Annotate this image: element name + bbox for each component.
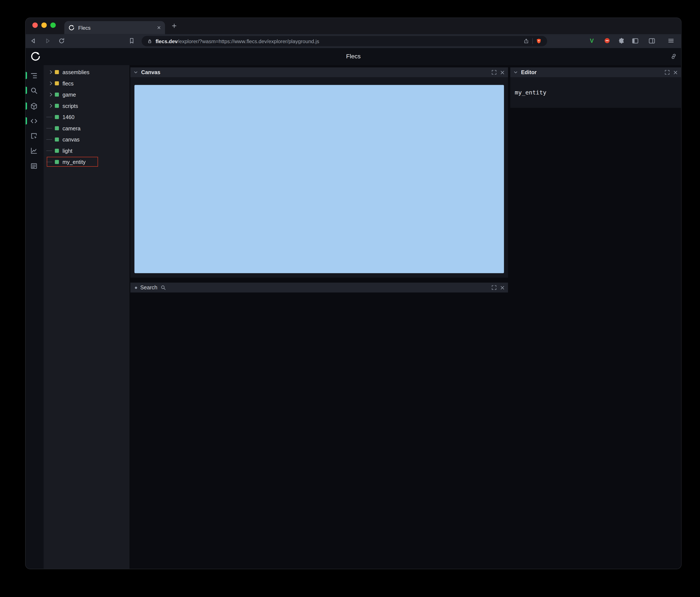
address-bar[interactable]: flecs.dev/explorer/?wasm=https://www.fle… bbox=[142, 36, 547, 46]
tab-strip: Flecs bbox=[26, 18, 681, 34]
close-window-button[interactable] bbox=[32, 22, 38, 28]
search-icon[interactable] bbox=[27, 84, 40, 97]
editor-panel: Editor my_entity bbox=[510, 67, 681, 108]
back-icon[interactable] bbox=[30, 37, 37, 45]
search-panel-header[interactable]: Search bbox=[130, 283, 508, 292]
editor-panel-title: Editor bbox=[521, 69, 536, 75]
tree-guide-line bbox=[46, 139, 52, 140]
flecs-app: Flecs bbox=[26, 48, 681, 569]
canvas-panel-body bbox=[130, 77, 508, 278]
share-icon[interactable] bbox=[523, 38, 529, 44]
share-link-icon[interactable] bbox=[670, 53, 677, 60]
entity-color-square bbox=[55, 81, 59, 85]
tree-guide-line bbox=[46, 128, 52, 128]
entity-color-square bbox=[55, 137, 59, 141]
tree-item-canvas[interactable]: canvas bbox=[44, 134, 130, 145]
reading-list-icon[interactable] bbox=[648, 37, 655, 45]
entity-label: assemblies bbox=[62, 69, 90, 75]
code-icon[interactable] bbox=[27, 114, 40, 127]
extension-shield-icon[interactable] bbox=[604, 37, 610, 44]
tree-item-scripts[interactable]: scripts bbox=[44, 100, 130, 111]
page-title: Flecs bbox=[26, 48, 681, 65]
canvas-panel: Canvas Search bbox=[130, 67, 508, 292]
entity-label: canvas bbox=[62, 136, 79, 142]
tree-item-game[interactable]: game bbox=[44, 89, 130, 100]
chevron-right-icon[interactable] bbox=[49, 104, 53, 108]
entity-label: camera bbox=[62, 125, 80, 131]
minimize-window-button[interactable] bbox=[41, 22, 47, 28]
canvas-panel-title: Canvas bbox=[141, 69, 160, 75]
entity-tree-icon[interactable] bbox=[27, 69, 40, 82]
entity-label: scripts bbox=[62, 103, 78, 109]
navigation-bar: flecs.dev/explorer/?wasm=https://www.fle… bbox=[26, 34, 681, 48]
browser-tab[interactable]: Flecs bbox=[64, 21, 165, 34]
entity-color-square bbox=[55, 115, 59, 119]
tree-item-light[interactable]: light bbox=[44, 145, 130, 156]
extensions-puzzle-icon[interactable] bbox=[618, 37, 625, 44]
inspect-icon[interactable] bbox=[27, 129, 40, 142]
tree-item-my_entity[interactable]: my_entity bbox=[44, 156, 130, 168]
expand-icon[interactable] bbox=[491, 285, 497, 290]
chevron-right-icon[interactable] bbox=[49, 93, 53, 97]
tree-guide-line bbox=[46, 150, 52, 151]
canvas-surface[interactable] bbox=[134, 85, 504, 273]
browser-window: Flecs bbox=[26, 18, 681, 569]
forward-icon[interactable] bbox=[44, 37, 51, 45]
tab-title: Flecs bbox=[78, 25, 153, 30]
flecs-favicon-icon bbox=[69, 25, 75, 31]
menu-hamburger-icon[interactable] bbox=[668, 37, 675, 44]
panel-rail bbox=[26, 65, 44, 569]
app-header: Flecs bbox=[26, 48, 681, 65]
close-icon[interactable] bbox=[500, 285, 505, 290]
tree-item-flecs[interactable]: flecs bbox=[44, 78, 130, 89]
lock-icon bbox=[147, 38, 152, 44]
chevron-right-icon[interactable] bbox=[49, 81, 53, 85]
entity-label: game bbox=[62, 92, 76, 98]
url-path: /explorer/?wasm=https://www.flecs.dev/ex… bbox=[178, 38, 319, 44]
chevron-right-icon[interactable] bbox=[49, 70, 53, 74]
editor-content[interactable]: my_entity bbox=[510, 77, 681, 108]
sidebar-toggle-icon[interactable] bbox=[631, 37, 639, 45]
expand-icon[interactable] bbox=[491, 70, 497, 75]
app-main: assembliesflecsgamescripts1460cameracanv… bbox=[26, 65, 681, 569]
cube-icon[interactable] bbox=[27, 100, 40, 112]
magnifier-icon bbox=[160, 285, 166, 290]
bookmark-icon[interactable] bbox=[128, 37, 135, 45]
chevron-down-icon[interactable] bbox=[514, 70, 518, 75]
entity-label: light bbox=[62, 148, 72, 154]
divider bbox=[532, 38, 533, 44]
entity-color-square bbox=[55, 93, 59, 97]
tab-close-icon[interactable] bbox=[157, 26, 161, 30]
search-panel-title: Search bbox=[140, 284, 157, 291]
active-panel-indicator bbox=[26, 87, 27, 94]
active-panel-indicator bbox=[26, 102, 27, 110]
chart-icon[interactable] bbox=[27, 144, 40, 157]
entity-label: 1460 bbox=[62, 114, 74, 120]
tree-guide-line bbox=[46, 162, 52, 162]
zoom-window-button[interactable] bbox=[50, 22, 56, 28]
tree-item-assemblies[interactable]: assemblies bbox=[44, 67, 130, 78]
tree-item-camera[interactable]: camera bbox=[44, 123, 130, 134]
console-icon[interactable] bbox=[27, 159, 40, 172]
screen: Flecs bbox=[0, 0, 700, 597]
active-panel-indicator bbox=[26, 117, 27, 125]
canvas-panel-header[interactable]: Canvas bbox=[130, 67, 508, 77]
entity-color-square bbox=[55, 160, 59, 164]
reload-icon[interactable] bbox=[58, 37, 65, 45]
tree-item-1460[interactable]: 1460 bbox=[44, 111, 130, 123]
collapsed-dot-icon[interactable] bbox=[135, 286, 137, 289]
new-tab-button[interactable] bbox=[171, 23, 177, 29]
editor-panel-header[interactable]: Editor bbox=[510, 67, 681, 77]
url-domain: flecs.dev bbox=[156, 38, 178, 44]
entity-color-square bbox=[55, 70, 59, 74]
entity-color-square bbox=[55, 104, 59, 108]
expand-icon[interactable] bbox=[665, 70, 670, 75]
entity-label: flecs bbox=[62, 80, 74, 86]
brave-shield-icon[interactable] bbox=[536, 38, 542, 44]
chevron-down-icon[interactable] bbox=[134, 70, 138, 75]
close-icon[interactable] bbox=[673, 70, 678, 75]
extension-v-icon[interactable]: V bbox=[590, 37, 594, 44]
tree-guide-line bbox=[46, 117, 52, 117]
entity-label: my_entity bbox=[62, 159, 85, 165]
close-icon[interactable] bbox=[500, 70, 505, 75]
